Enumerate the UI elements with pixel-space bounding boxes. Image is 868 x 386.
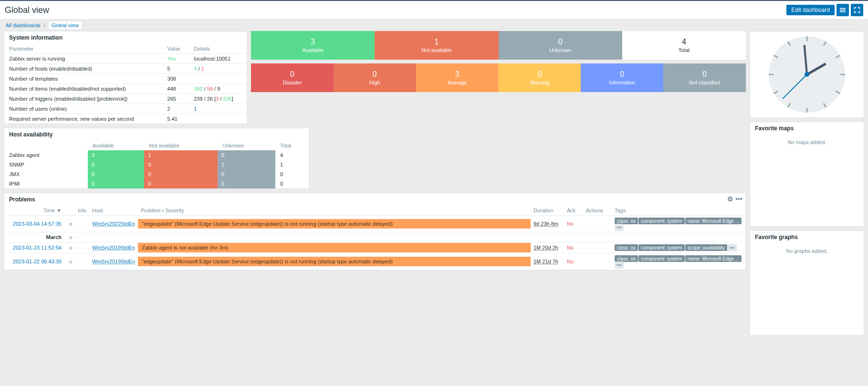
summary-tile[interactable]: 0Disaster	[251, 63, 334, 92]
tile-count: 0	[581, 70, 663, 79]
tile-count: 4	[622, 38, 746, 46]
col-actions[interactable]: Actions	[583, 206, 612, 216]
host-cell[interactable]: WinSrv2022StdEn	[89, 216, 138, 232]
info-cell	[75, 253, 89, 270]
value-cell: 265	[163, 94, 189, 104]
fullscreen-icon	[854, 7, 860, 13]
tag-badge[interactable]: component: system	[638, 255, 685, 262]
tag-badge[interactable]: scope: availability	[685, 244, 727, 251]
problems-table: Time ▼ Info Host Problem • Severity Dura…	[4, 206, 745, 270]
col-problem[interactable]: Problem • Severity	[138, 206, 531, 216]
host-cell[interactable]: WinSrv2019StdEn	[89, 253, 138, 270]
clock-tick	[769, 74, 774, 75]
time-cell[interactable]: 2023-03-04 14:57:35	[4, 216, 64, 232]
availability-cell[interactable]: 1	[144, 150, 218, 160]
tag-badge[interactable]: name: Microsoft Edge ...	[685, 255, 742, 262]
summary-tile[interactable]: 0Warning	[498, 63, 581, 92]
summary-tile[interactable]: 3Average	[416, 63, 499, 92]
tile-label: Total	[679, 47, 690, 53]
clock-face	[769, 36, 845, 113]
value-cell: 5.41	[163, 114, 189, 124]
col-tags[interactable]: Tags	[612, 206, 745, 216]
tile-label: Average	[448, 80, 467, 85]
breadcrumb-all-dashboards[interactable]: All dashboards	[6, 22, 41, 28]
tag-badge[interactable]: class: os	[615, 218, 638, 224]
problem-cell[interactable]: "edgeupdate" (Microsoft Edge Update Serv…	[138, 257, 531, 266]
summary-tile[interactable]: 4Total	[622, 31, 746, 60]
tile-count: 0	[499, 38, 622, 46]
col-time[interactable]: Time ▼	[4, 206, 64, 216]
clock-tick	[787, 103, 791, 108]
col-host[interactable]: Host	[89, 206, 138, 216]
details-cell: 4 / 1	[189, 64, 247, 74]
clock-tick	[806, 36, 808, 41]
problem-cell[interactable]: Zabbix agent is not available (for 3m)	[138, 243, 531, 252]
clock-widget	[750, 31, 864, 118]
more-tags-button[interactable]: •••	[615, 261, 624, 269]
tag-badge[interactable]: class: os	[615, 255, 638, 262]
breadcrumb-current[interactable]: Global view	[49, 21, 82, 29]
more-tags-button[interactable]: •••	[615, 224, 624, 231]
details-cell: localhost:10051	[189, 54, 247, 64]
table-row: SNMP0011	[4, 160, 309, 169]
availability-cell[interactable]: 0	[144, 179, 218, 188]
availability-cell[interactable]: 0	[218, 169, 275, 179]
table-row: 2023-01-22 06:43:39WinSrv2019StdEn"edgeu…	[4, 253, 745, 270]
actions-cell	[583, 253, 612, 270]
more-icon[interactable]: •••	[735, 195, 743, 203]
summary-tile[interactable]: 3Available	[251, 31, 375, 60]
summary-tile[interactable]: 0Information	[581, 63, 663, 92]
col-ack[interactable]: Ack	[564, 206, 583, 216]
availability-cell[interactable]: 0	[218, 150, 275, 160]
param-cell: Number of triggers (enabled/disabled [pr…	[4, 94, 163, 104]
menu-icon-button[interactable]	[837, 4, 849, 16]
availability-cell[interactable]: 0	[88, 179, 144, 188]
timeline-dot-icon	[69, 236, 72, 239]
system-information-widget: System information Parameter Value Detai…	[4, 31, 247, 124]
edit-dashboard-button[interactable]: Edit dashboard	[786, 5, 835, 15]
summary-tile[interactable]: 0Not classified	[663, 63, 746, 92]
tile-count: 0	[498, 70, 581, 79]
summary-tile[interactable]: 1Not available	[375, 31, 498, 60]
table-row: 2023-03-04 14:57:35WinSrv2022StdEn"edgeu…	[4, 216, 745, 232]
time-cell[interactable]: 2023-01-22 06:43:39	[4, 253, 64, 270]
ack-cell[interactable]: No	[564, 242, 583, 253]
availability-cell[interactable]: 3	[88, 150, 144, 160]
availability-cell[interactable]: 0	[218, 179, 275, 188]
row-label: Zabbix agent	[4, 150, 88, 160]
duration-cell[interactable]: 1M 21d 7h	[531, 253, 564, 270]
tile-label: Not available	[421, 47, 452, 53]
duration-cell[interactable]: 9d 23h 8m	[531, 216, 564, 232]
table-row: 2023-01-23 11:52:54WinSrv2019StdEnZabbix…	[4, 242, 745, 253]
widget-title: Host availability	[4, 128, 309, 141]
duration-cell[interactable]: 1M 20d 2h	[531, 242, 564, 253]
tag-badge[interactable]: component: system	[638, 244, 685, 251]
tag-badge[interactable]: component: system	[638, 218, 685, 224]
gear-icon[interactable]: ⚙	[727, 195, 733, 203]
widget-title: Favorite maps	[750, 122, 864, 135]
ack-cell[interactable]: No	[564, 253, 583, 270]
tag-badge[interactable]: class: os	[615, 244, 638, 251]
col-duration[interactable]: Duration	[531, 206, 564, 216]
time-cell[interactable]: 2023-01-23 11:52:54	[4, 242, 64, 253]
availability-cell[interactable]: 0	[88, 169, 144, 179]
availability-cell[interactable]: 0	[144, 160, 218, 169]
clock-tick	[840, 74, 845, 75]
summary-tile[interactable]: 0High	[334, 63, 416, 92]
availability-cell[interactable]: 0	[144, 169, 218, 179]
more-tags-button[interactable]: •••	[728, 244, 737, 251]
info-cell	[75, 216, 89, 232]
tag-badge[interactable]: name: Microsoft Edge ...	[685, 218, 742, 224]
host-cell[interactable]: WinSrv2019StdEn	[89, 242, 138, 253]
details-cell: 239 / 26 [3 / 236]	[189, 94, 247, 104]
availability-cell[interactable]: 1	[218, 160, 275, 169]
availability-cell[interactable]: 0	[88, 160, 144, 169]
summary-tile[interactable]: 0Unknown	[499, 31, 622, 60]
fullscreen-icon-button[interactable]	[851, 4, 863, 16]
timeline-dot-icon	[69, 247, 72, 250]
value-cell: Yes	[163, 54, 189, 64]
ack-cell[interactable]: No	[564, 216, 583, 232]
widget-title: System information	[4, 31, 247, 44]
col-info[interactable]: Info	[75, 206, 89, 216]
problem-cell[interactable]: "edgeupdate" (Microsoft Edge Update Serv…	[138, 219, 531, 229]
